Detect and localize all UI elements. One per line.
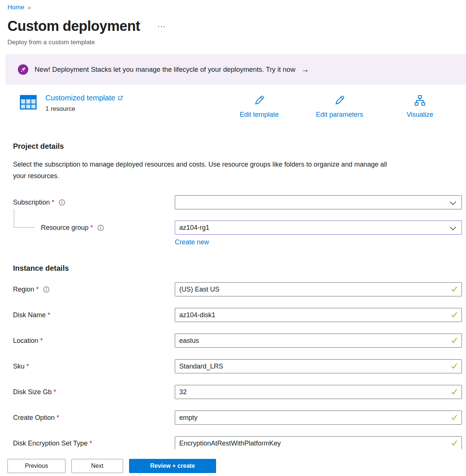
tree-connector bbox=[14, 209, 35, 228]
form-area: Project details Select the subscription … bbox=[0, 142, 466, 450]
required-asterisk: * bbox=[90, 440, 92, 447]
disk-name-input-wrap bbox=[175, 308, 462, 322]
template-grid-icon bbox=[19, 94, 37, 113]
visualize-button[interactable]: Visualize bbox=[394, 94, 446, 119]
disk-encryption-set-type-label: Disk Encryption Set Type * bbox=[13, 436, 175, 450]
page-title: Custom deployment bbox=[7, 17, 140, 35]
sku-input[interactable] bbox=[175, 359, 462, 373]
chevron-down-icon[interactable] bbox=[449, 200, 457, 208]
project-details-description: Select the subscription to manage deploy… bbox=[13, 159, 400, 182]
required-asterisk: * bbox=[48, 311, 50, 319]
region-label: Region * bbox=[13, 282, 175, 296]
required-asterisk: * bbox=[90, 224, 93, 232]
footer-bar: Previous Next Review + create bbox=[0, 449, 466, 476]
instance-details-heading: Instance details bbox=[13, 264, 462, 273]
pencil-icon bbox=[253, 94, 265, 108]
region-input-wrap bbox=[175, 282, 462, 296]
location-label: Location * bbox=[13, 334, 175, 348]
create-new-row: Create new bbox=[13, 238, 462, 246]
valid-checkmark-icon bbox=[451, 389, 458, 396]
resource-group-row: Resource group * az104-rg1 bbox=[13, 221, 462, 235]
banner-arrow-icon[interactable]: → bbox=[301, 65, 309, 74]
chevron-down-icon[interactable] bbox=[449, 225, 457, 233]
valid-checkmark-icon bbox=[451, 440, 458, 448]
create-option-label-text: Create Option bbox=[13, 414, 55, 422]
create-option-input[interactable] bbox=[175, 411, 462, 425]
create-new-link[interactable]: Create new bbox=[175, 238, 209, 246]
subscription-label-text: Subscription bbox=[13, 199, 50, 206]
valid-checkmark-icon bbox=[451, 363, 458, 371]
region-row: Region * bbox=[13, 282, 462, 296]
template-text: Customized template 1 resource bbox=[45, 94, 123, 113]
valid-checkmark-icon bbox=[451, 337, 458, 345]
required-asterisk: * bbox=[52, 199, 54, 206]
region-input[interactable] bbox=[175, 282, 462, 296]
create-option-input-wrap bbox=[175, 411, 462, 425]
region-label-text: Region bbox=[13, 286, 34, 293]
edit-parameters-button[interactable]: Edit parameters bbox=[306, 94, 373, 119]
location-input[interactable] bbox=[175, 334, 462, 348]
subscription-row: Subscription * bbox=[13, 195, 462, 209]
rocket-icon bbox=[18, 64, 28, 75]
resource-group-label: Resource group * bbox=[13, 221, 175, 235]
banner-message: New! Deployment Stacks let you manage th… bbox=[35, 65, 295, 74]
disk-size-gb-label: Disk Size Gb * bbox=[13, 385, 175, 399]
breadcrumb-home-link[interactable]: Home bbox=[7, 4, 24, 11]
required-asterisk: * bbox=[54, 388, 56, 396]
template-card: Customized template 1 resource Edit temp… bbox=[0, 93, 466, 126]
subscription-label: Subscription * bbox=[13, 195, 175, 209]
disk-name-row: Disk Name * bbox=[13, 308, 462, 322]
breadcrumb: Home > bbox=[7, 4, 466, 11]
review-create-button[interactable]: Review + create bbox=[129, 459, 216, 473]
customized-template-link[interactable]: Customized template bbox=[45, 94, 123, 103]
sku-label-text: Sku bbox=[13, 363, 25, 370]
previous-button[interactable]: Previous bbox=[7, 459, 65, 473]
valid-checkmark-icon bbox=[451, 286, 458, 294]
edit-template-label: Edit template bbox=[240, 111, 279, 119]
valid-checkmark-icon bbox=[451, 414, 458, 422]
template-info: Customized template 1 resource bbox=[19, 94, 123, 113]
resource-group-value: az104-rg1 bbox=[179, 224, 209, 232]
more-options-button[interactable]: ··· bbox=[157, 22, 166, 30]
sku-label: Sku * bbox=[13, 359, 175, 373]
disk-size-gb-label-text: Disk Size Gb bbox=[13, 388, 52, 396]
external-link-icon bbox=[118, 94, 123, 103]
title-row: Custom deployment ··· bbox=[7, 17, 466, 35]
disk-name-input[interactable] bbox=[175, 308, 462, 322]
edit-parameters-label: Edit parameters bbox=[316, 111, 363, 119]
create-option-label: Create Option * bbox=[13, 411, 175, 425]
project-details-heading: Project details bbox=[13, 142, 462, 151]
disk-size-gb-input-wrap bbox=[175, 385, 462, 399]
required-asterisk: * bbox=[26, 363, 29, 370]
location-row: Location * bbox=[13, 334, 462, 348]
breadcrumb-separator: > bbox=[28, 4, 31, 11]
subscription-combobox[interactable] bbox=[175, 195, 462, 209]
disk-encryption-set-type-input-wrap bbox=[175, 436, 462, 450]
disk-encryption-set-type-input[interactable] bbox=[175, 436, 462, 450]
announcement-banner[interactable]: New! Deployment Stacks let you manage th… bbox=[6, 54, 466, 85]
resource-group-combobox[interactable]: az104-rg1 bbox=[175, 221, 462, 235]
info-icon[interactable] bbox=[59, 199, 65, 206]
sku-row: Sku * bbox=[13, 359, 462, 373]
info-icon[interactable] bbox=[97, 225, 104, 231]
disk-name-label-text: Disk Name bbox=[13, 311, 46, 319]
instance-details-fields: Region * Disk Name bbox=[13, 282, 462, 450]
sku-input-wrap bbox=[175, 359, 462, 373]
resource-count: 1 resource bbox=[45, 105, 123, 113]
required-asterisk: * bbox=[57, 414, 59, 422]
org-chart-icon bbox=[414, 94, 426, 108]
required-asterisk: * bbox=[40, 337, 43, 345]
disk-size-gb-input[interactable] bbox=[175, 385, 462, 399]
location-label-text: Location bbox=[13, 337, 38, 345]
disk-encryption-set-type-label-text: Disk Encryption Set Type bbox=[13, 440, 88, 447]
customized-template-link-label: Customized template bbox=[45, 94, 115, 102]
disk-name-label: Disk Name * bbox=[13, 308, 175, 322]
page-subtitle: Deploy from a custom template bbox=[7, 39, 466, 46]
resource-group-label-text: Resource group bbox=[41, 224, 89, 232]
disk-size-gb-row: Disk Size Gb * bbox=[13, 385, 462, 399]
info-icon[interactable] bbox=[43, 286, 49, 293]
next-button[interactable]: Next bbox=[71, 459, 123, 473]
pencil-icon bbox=[334, 94, 346, 108]
edit-template-button[interactable]: Edit template bbox=[229, 94, 289, 119]
visualize-label: Visualize bbox=[406, 111, 433, 119]
